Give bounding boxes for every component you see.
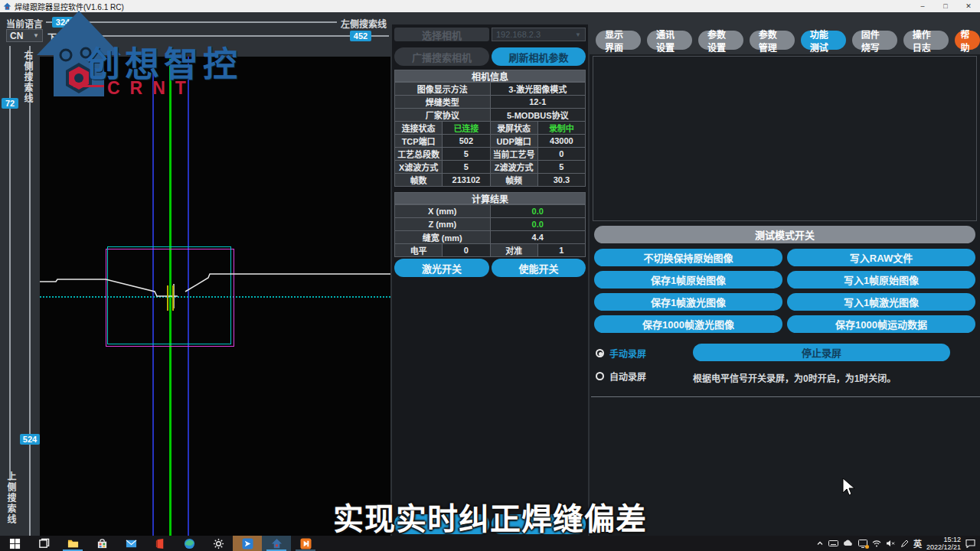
minimize-icon[interactable]: –	[911, 0, 934, 12]
table-row: 图像显示方法 3-激光图像模式	[395, 83, 586, 96]
function-test-panel: 测试模式开关 不切换保持原始图像 写入RAW文件 保存1帧原始图像 写入1帧原始…	[590, 54, 980, 548]
write-1-original-button[interactable]: 写入1帧原始图像	[787, 271, 975, 289]
folder-icon	[67, 538, 79, 549]
close-icon[interactable]: ✕	[957, 0, 980, 12]
test-output-box	[593, 56, 977, 221]
tab-comm-settings[interactable]: 通讯设置	[647, 31, 692, 50]
calc-label: 电平	[395, 244, 443, 257]
table-row: 帧数 213102 帧频 30.3	[395, 174, 586, 187]
task-view-button[interactable]	[29, 536, 58, 551]
camera-ip-select: 192.168.2.3 ▼	[492, 28, 586, 41]
enable-switch-button[interactable]: 使能开关	[492, 259, 586, 277]
maximize-icon[interactable]: □	[934, 0, 957, 12]
table-row: 厂家协议 5-MODBUS协议	[395, 109, 586, 122]
tab-help[interactable]: 帮助	[955, 31, 980, 50]
tab-firmware[interactable]: 固件烧写	[852, 31, 897, 50]
connection-status: 已连接	[443, 122, 490, 135]
office-button[interactable]	[145, 536, 175, 551]
refresh-camera-params-button[interactable]: 刷新相机参数	[492, 47, 586, 66]
tab-function-test[interactable]: 功能测试	[801, 31, 846, 50]
calc-label: 缝宽 (mm)	[395, 231, 491, 244]
table-row: X滤波方式 5 Z滤波方式 5	[395, 161, 586, 174]
media-app-button[interactable]	[291, 536, 320, 551]
chevron-down-icon: ▼	[575, 31, 581, 38]
info-label: 焊缝类型	[395, 96, 491, 109]
write-1-laser-button[interactable]: 写入1帧激光图像	[787, 293, 975, 311]
calc-label: 对准	[490, 244, 537, 257]
file-explorer-button[interactable]	[58, 536, 87, 551]
camera-ip-value: 192.168.2.3	[496, 30, 541, 39]
volume-muted-icon[interactable]	[886, 540, 896, 547]
edge-button[interactable]	[175, 536, 204, 551]
tab-operation-log[interactable]: 操作日志	[903, 31, 949, 50]
left-slider-a-handle[interactable]: 72	[2, 98, 18, 109]
calc-results-header: 计算结果	[394, 192, 586, 204]
store-button[interactable]	[87, 536, 116, 551]
brand-abbr: CRNT	[107, 78, 196, 99]
save-1-original-button[interactable]: 保存1帧原始图像	[594, 271, 782, 289]
media-app-icon	[300, 538, 312, 549]
test-mode-switch-button[interactable]: 测试模式开关	[594, 226, 975, 243]
tab-param-settings[interactable]: 参数设置	[698, 31, 743, 50]
brand-divider	[74, 85, 104, 87]
info-label: 录屏状态	[490, 122, 537, 135]
clock[interactable]: 15:12 2022/12/21	[926, 536, 961, 551]
write-raw-file-button[interactable]: 写入RAW文件	[787, 249, 975, 266]
info-label: Z滤波方式	[490, 161, 537, 174]
clock-time: 15:12	[943, 536, 961, 543]
onedrive-cloud-icon[interactable]	[843, 540, 854, 547]
tab-display[interactable]: 显示界面	[596, 31, 641, 50]
auto-record-radio[interactable]	[596, 372, 604, 380]
clock-date: 2022/12/21	[926, 543, 961, 551]
window-titlebar: 焊缝跟踪器显控软件(V1.6.1 RC) – □ ✕	[0, 0, 980, 12]
info-label: 图像显示方法	[395, 83, 491, 96]
tab-strip: 显示界面 通讯设置 参数设置 参数管理 功能测试 固件烧写 操作日志 帮助	[596, 31, 980, 50]
camera-info-table: 图像显示方法 3-激光图像模式 焊缝类型 12-1 厂家协议 5-MODBUS协…	[394, 82, 586, 187]
mail-button[interactable]	[116, 536, 145, 551]
camera-image-view	[40, 57, 390, 548]
select-camera-button: 选择相机	[394, 28, 489, 41]
weld-app-button[interactable]	[262, 536, 291, 551]
keyboard-icon[interactable]	[828, 540, 838, 547]
weld-app-icon	[271, 538, 283, 549]
messenger-app-button[interactable]	[233, 536, 262, 551]
z-offset-value: 0.0	[490, 218, 586, 231]
tray-expand-icon[interactable]	[816, 540, 824, 547]
record-status: 录制中	[537, 122, 585, 135]
pen-icon[interactable]	[900, 540, 909, 548]
left-slider-a-track[interactable]	[9, 46, 11, 481]
laser-switch-button[interactable]: 激光开关	[394, 259, 489, 277]
manual-record-radio[interactable]	[596, 349, 604, 357]
info-value: 5	[537, 161, 585, 174]
info-label: 帧频	[490, 174, 537, 187]
save-1000-motion-button[interactable]: 保存1000帧运动数据	[787, 315, 975, 333]
start-button[interactable]	[0, 536, 29, 551]
ime-indicator[interactable]: 英	[913, 537, 922, 549]
camera-info-header: 相机信息	[394, 70, 586, 82]
windows-logo-icon	[9, 538, 21, 549]
level-value: 0	[443, 244, 490, 257]
action-center-icon[interactable]	[965, 539, 975, 548]
info-label: 工艺总段数	[395, 148, 443, 161]
save-1000-laser-button[interactable]: 保存1000帧激光图像	[594, 315, 782, 333]
office-icon	[155, 538, 166, 549]
frame-count: 213102	[443, 174, 490, 187]
save-1-laser-button[interactable]: 保存1帧激光图像	[594, 293, 782, 311]
display-notification-icon[interactable]	[858, 540, 867, 548]
app-window: 当前语言 CN ▼ 324 左侧搜索线 下侧搜索线 452 72 524 右侧搜…	[0, 12, 980, 536]
edge-icon	[184, 538, 195, 549]
settings-button[interactable]	[204, 536, 233, 551]
table-row: Z (mm) 0.0	[395, 218, 586, 231]
keep-original-image-button[interactable]: 不切换保持原始图像	[594, 249, 782, 266]
info-label: X滤波方式	[395, 161, 443, 174]
x-offset-value: 0.0	[490, 205, 586, 218]
left-slider-b-handle[interactable]: 524	[20, 434, 40, 445]
network-icon[interactable]	[872, 540, 881, 547]
left-slider-b-track[interactable]	[29, 46, 31, 536]
tab-param-manage[interactable]: 参数管理	[750, 31, 795, 50]
seam-width-value: 4.4	[490, 231, 586, 244]
table-row: 焊缝类型 12-1	[395, 96, 586, 109]
second-slider-handle[interactable]: 452	[350, 31, 371, 41]
stop-record-button[interactable]: 停止录屏	[693, 344, 950, 361]
language-value: CN	[10, 31, 23, 41]
